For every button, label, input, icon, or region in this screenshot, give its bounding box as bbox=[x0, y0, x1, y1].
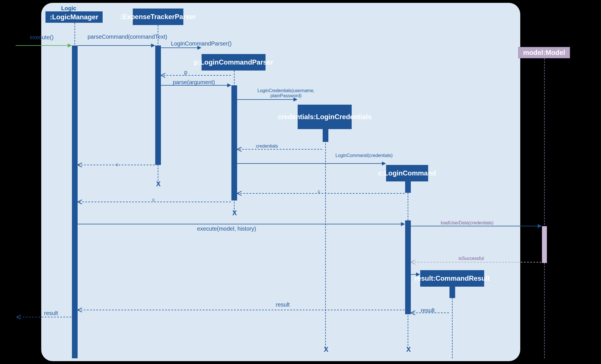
msg-return-result3: result bbox=[44, 310, 58, 316]
participant-logicmanager: :LogicManager bbox=[45, 11, 103, 23]
destroy-etp: X bbox=[156, 180, 161, 188]
activation-etp bbox=[155, 46, 161, 165]
msg-return-c1: c bbox=[318, 189, 320, 194]
activation-cmd1 bbox=[405, 181, 411, 193]
activation-model bbox=[542, 226, 547, 263]
msg-logincommandparser: LoginCommandParser() bbox=[164, 40, 238, 47]
activation-cred bbox=[323, 129, 328, 142]
msg-execute-model: execute(model, history) bbox=[197, 226, 256, 232]
participant-logincommand: c:LoginCommand bbox=[386, 165, 428, 181]
participant-logincommandparser: p:LoginCommandParser bbox=[202, 54, 266, 71]
destroy-cred: X bbox=[324, 346, 328, 353]
msg-return-c3: c bbox=[116, 162, 118, 167]
activation-cmd2 bbox=[405, 220, 411, 314]
msg-return-credentials: credentials bbox=[256, 144, 278, 149]
msg-logincredentials: LoginCredentials(username, plainPassword… bbox=[249, 88, 323, 98]
msg-return-result1: result bbox=[276, 301, 290, 308]
participant-logincredentials: credentials:LoginCredentials bbox=[298, 105, 352, 129]
destroy-lcp: X bbox=[232, 209, 237, 217]
activation-lcp bbox=[231, 85, 237, 200]
msg-parsecommand: parseCommand(commandText) bbox=[88, 34, 147, 40]
participant-expensetrackerparser: :ExpenseTrackerParser bbox=[133, 9, 183, 25]
destroy-cmd: X bbox=[406, 346, 411, 353]
participant-commandresult: result:CommandResult bbox=[420, 270, 484, 287]
msg-return-c2: c bbox=[152, 197, 155, 202]
activation-result bbox=[449, 287, 455, 298]
lifeline-cred bbox=[325, 129, 326, 348]
msg-loaduserdata: loadUserData(credentials) bbox=[441, 220, 494, 226]
msg-return-result2: result bbox=[421, 307, 435, 313]
msg-parse-arg: parse(argument) bbox=[173, 79, 215, 85]
activation-logicmanager bbox=[72, 46, 78, 358]
lifeline-model bbox=[544, 58, 545, 358]
msg-logincommand: LoginCommand(credentials) bbox=[335, 153, 372, 158]
frame-title: Logic bbox=[61, 5, 76, 12]
participant-model: model:Model bbox=[518, 47, 570, 58]
msg-execute: execute() bbox=[30, 34, 53, 40]
msg-return-p: p bbox=[184, 69, 187, 75]
msg-issuccessful: isSuccessful bbox=[459, 256, 484, 261]
